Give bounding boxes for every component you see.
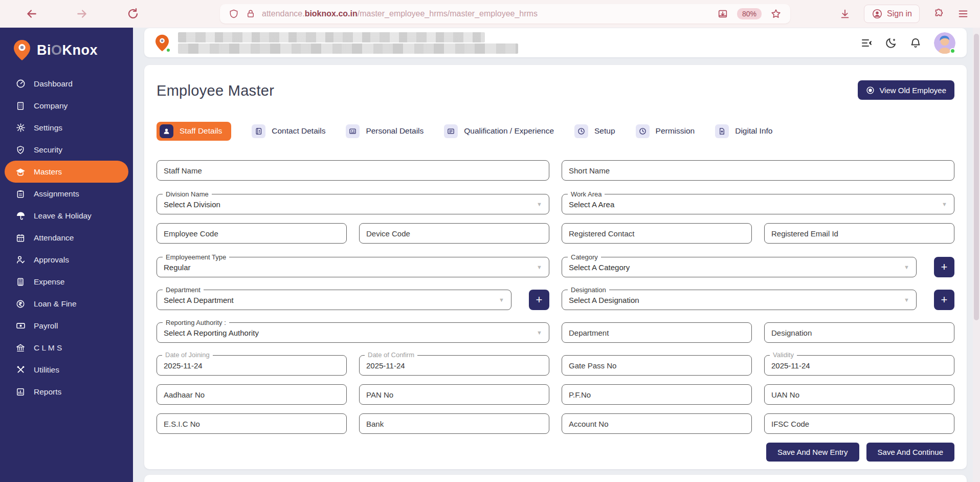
chevron-down-icon: ▼	[537, 330, 542, 336]
tab-permission[interactable]: Permission	[636, 124, 695, 138]
graduation-cap-icon	[15, 167, 26, 177]
umbrella-icon	[15, 211, 26, 221]
reporting-authority-select[interactable]: Reporting Authority : Select A Reporting…	[157, 322, 549, 343]
aadhaar-input[interactable]	[157, 384, 347, 405]
brand-name: BiOKnox	[37, 42, 98, 58]
notifications-bell-icon[interactable]	[909, 37, 922, 49]
add-designation-button[interactable]: +	[934, 290, 954, 310]
registered-contact-input[interactable]	[562, 223, 752, 244]
tab-qualification-experience[interactable]: Qualification / Experience	[444, 124, 554, 138]
url-bar[interactable]: attendance.bioknox.co.in/master_employee…	[220, 4, 790, 24]
tab-setup[interactable]: Setup	[574, 124, 615, 138]
save-to-pocket-icon[interactable]	[717, 8, 728, 19]
department-select[interactable]: Department Select A Department ▼	[157, 290, 511, 310]
sidebar-item-expense[interactable]: Expense	[0, 271, 133, 293]
sidebar-item-attendance[interactable]: Attendance	[0, 227, 133, 249]
sidebar-item-clms[interactable]: C L M S	[0, 337, 133, 359]
uan-input[interactable]	[764, 384, 954, 405]
clipboard-icon	[15, 189, 26, 199]
tab-contact-details[interactable]: Contact Details	[252, 124, 325, 138]
add-department-button[interactable]: +	[529, 290, 549, 310]
add-category-button[interactable]: +	[934, 257, 954, 277]
sidebar-item-loan-fine[interactable]: Loan & Fine	[0, 293, 133, 315]
money-icon	[15, 321, 26, 331]
person-icon	[160, 124, 173, 138]
sidebar-item-leave-holiday[interactable]: Leave & Holiday	[0, 205, 133, 227]
employment-type-label: Employeement Type	[163, 253, 229, 261]
device-code-field	[359, 223, 549, 244]
pf-input[interactable]	[562, 384, 752, 405]
pan-field	[359, 384, 549, 405]
short-name-input[interactable]	[562, 160, 954, 181]
registered-email-input[interactable]	[764, 223, 954, 244]
ifsc-input[interactable]	[764, 413, 954, 434]
user-avatar[interactable]	[934, 32, 955, 54]
url-text: attendance.bioknox.co.in/master_employee…	[262, 9, 714, 18]
sidebar-item-settings[interactable]: Settings	[0, 117, 133, 139]
tab-personal-details[interactable]: Personal Details	[346, 124, 424, 138]
sidebar-item-approvals[interactable]: Approvals	[0, 249, 133, 271]
extensions-puzzle-icon[interactable]	[933, 8, 944, 19]
staff-name-input[interactable]	[157, 160, 549, 181]
shield-permissions-icon[interactable]	[229, 9, 239, 19]
browser-back-button[interactable]	[24, 6, 40, 22]
screenshot-stage: attendance.bioknox.co.in/master_employee…	[0, 0, 980, 482]
sign-in-button[interactable]: Sign in	[864, 5, 920, 23]
validity-field: Validity	[764, 355, 954, 376]
bookmark-star-icon[interactable]	[770, 8, 782, 19]
category-select[interactable]: Category Select A Category ▼	[562, 257, 917, 277]
chevron-down-icon: ▼	[904, 297, 909, 303]
browser-toolbar: attendance.bioknox.co.in/master_employee…	[0, 0, 980, 28]
sidebar-item-payroll[interactable]: Payroll	[0, 315, 133, 337]
brand-logo[interactable]: BiOKnox	[0, 28, 133, 70]
department-text-input[interactable]	[562, 322, 752, 343]
pan-input[interactable]	[359, 384, 549, 405]
tab-staff-details[interactable]: Staff Details	[157, 122, 231, 141]
browser-actions: Sign in	[839, 4, 980, 24]
scrollbar-thumb[interactable]	[974, 34, 979, 320]
zoom-level-badge[interactable]: 80%	[737, 8, 762, 19]
designation-text-input[interactable]	[764, 322, 954, 343]
save-and-continue-button[interactable]: Save And Continue	[866, 443, 954, 462]
bank-input[interactable]	[359, 413, 549, 434]
sidebar-item-company[interactable]: Company	[0, 95, 133, 117]
dark-mode-moon-icon[interactable]	[885, 37, 897, 49]
gate-pass-input[interactable]	[562, 355, 752, 376]
sidebar-item-security[interactable]: Security	[0, 139, 133, 161]
clock-icon	[636, 124, 650, 138]
save-and-new-entry-button[interactable]: Save And New Entry	[766, 443, 859, 462]
device-code-input[interactable]	[359, 223, 549, 244]
browser-forward-button[interactable]	[74, 6, 90, 22]
sidebar-item-assignments[interactable]: Assignments	[0, 183, 133, 205]
sidebar-item-masters[interactable]: Masters	[5, 161, 128, 183]
department-text-field	[562, 322, 752, 343]
collapse-menu-icon[interactable]	[860, 37, 873, 49]
sidebar-item-dashboard[interactable]: Dashboard	[0, 73, 133, 95]
menu-hamburger-icon[interactable]	[957, 8, 969, 19]
date-of-confirm-field: Date of Confirm	[359, 355, 549, 376]
designation-select[interactable]: Designation Select A Designation ▼	[562, 290, 917, 310]
sidebar-item-utilities[interactable]: Utilities	[0, 359, 133, 381]
employee-code-input[interactable]	[157, 223, 347, 244]
division-select[interactable]: Division Name Select A Division ▼	[157, 194, 549, 214]
employment-type-select[interactable]: Employeement Type Regular ▼	[157, 257, 549, 277]
esic-input[interactable]	[157, 413, 347, 434]
app-header	[144, 28, 967, 57]
downloads-icon[interactable]	[839, 8, 851, 19]
bank-field	[359, 413, 549, 434]
sidebar-item-reports[interactable]: Reports	[0, 381, 133, 403]
chevron-down-icon: ▼	[537, 264, 542, 270]
reporting-authority-label: Reporting Authority :	[163, 318, 229, 327]
lock-icon[interactable]	[246, 9, 255, 18]
id-card-icon	[444, 124, 458, 138]
form-actions: Save And New Entry Save And Continue	[157, 443, 954, 462]
tab-digital-info[interactable]: Digital Info	[715, 124, 772, 138]
designation-label: Designation	[568, 286, 609, 294]
calendar-icon	[15, 233, 26, 243]
shield-check-icon	[15, 145, 26, 155]
account-input[interactable]	[562, 413, 752, 434]
sidebar-menu: Dashboard Company Settings Security Mast…	[0, 70, 133, 406]
browser-reload-button[interactable]	[125, 6, 141, 22]
view-old-employee-button[interactable]: View Old Employee	[858, 80, 954, 100]
work-area-select[interactable]: Work Area Select A Area ▼	[562, 194, 954, 214]
